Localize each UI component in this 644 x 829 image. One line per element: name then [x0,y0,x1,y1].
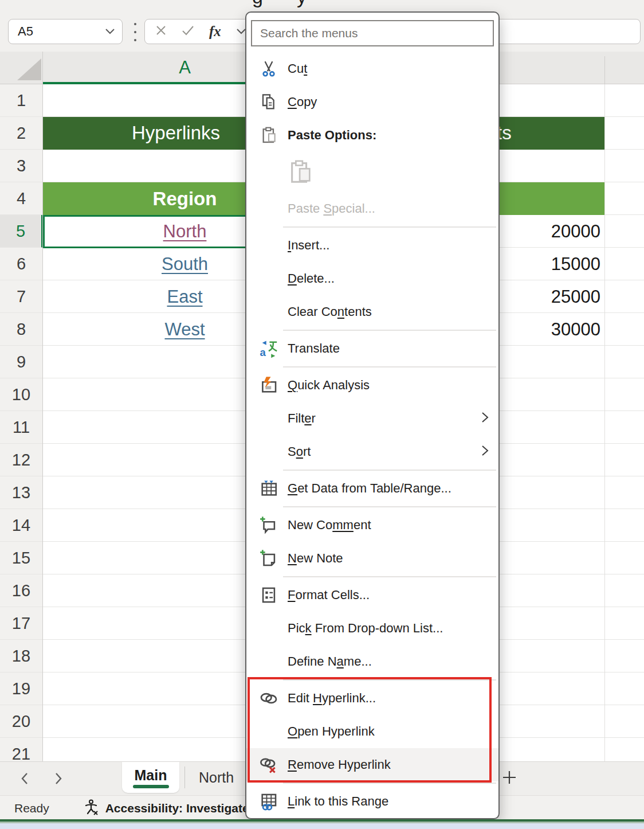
excel-window: g y A5 fx A 1234567891011121314151617181… [0,0,644,829]
format-cells-icon [259,585,278,605]
menu-item-label: Quick Analysis [288,378,370,393]
menu-item-define-name[interactable]: Define Name... [246,645,498,678]
menu-separator [283,783,496,784]
menu-separator [283,366,496,367]
menu-item-clear-contents[interactable]: Clear Contents [246,295,498,329]
menu-item-label: Copy [288,95,317,110]
row-header-19[interactable]: 19 [0,672,42,705]
menu-item-sort[interactable]: Sort [246,435,498,468]
quick-analysis-icon [259,376,278,395]
row-header-4[interactable]: 4 [0,182,42,215]
row-header-11[interactable]: 11 [0,411,42,444]
menu-item-copy[interactable]: Copy [246,85,498,119]
more-options-icon[interactable] [132,23,139,41]
menu-item-label: Sort [288,444,311,459]
menu-item-label: Link to this Range [288,794,388,809]
row-header-13[interactable]: 13 [0,476,42,509]
menu-separator [283,576,496,577]
accessibility-status[interactable]: Accessibility: Investigate [83,799,249,819]
column-divider [604,56,605,84]
insert-function-icon[interactable]: fx [209,24,221,40]
row-header-9[interactable]: 9 [0,346,42,378]
prev-sheet-icon[interactable] [16,770,33,787]
banner-text-left: Hyperlinks [132,122,220,144]
submenu-chevron-icon [480,411,489,426]
menu-item-insert[interactable]: Insert... [246,229,498,262]
menu-item-label: Translate [288,341,340,356]
menu-item-label: Clear Contents [288,304,372,319]
row-header-10[interactable]: 10 [0,378,42,411]
sheet-tab-north[interactable]: North [199,762,234,793]
menu-item-label: Delete... [288,271,335,286]
menu-item-delete[interactable]: Delete... [246,262,498,295]
menu-item-label: Paste Options: [288,128,376,143]
enter-icon[interactable] [182,25,194,38]
comment-plus-icon [259,515,278,535]
row-header-8[interactable]: 8 [0,313,42,346]
menu-item-label: Define Name... [288,654,372,669]
menu-item-filter[interactable]: Filter [246,402,498,435]
add-sheet-icon[interactable] [497,765,521,789]
row-header-column: 123456789101112131415161718192021 [0,84,43,761]
menu-item-pick-from-dropdown-list[interactable]: Pick From Drop-down List... [246,612,498,645]
row-header-12[interactable]: 12 [0,444,42,476]
note-plus-icon [259,549,278,568]
menu-item-paste-options[interactable]: Paste Options: [246,119,498,152]
accessibility-status-label: Accessibility: Investigate [105,801,249,815]
active-tab-underline [133,785,169,788]
row-header-18[interactable]: 18 [0,640,42,672]
select-all-triangle-icon [17,58,41,80]
menu-separator [283,506,496,507]
row-header-2[interactable]: 2 [0,117,42,150]
row-header-14[interactable]: 14 [0,509,42,542]
accessibility-icon [83,799,100,819]
menu-item-translate[interactable]: aTranslate [246,332,498,365]
menu-item-new-note[interactable]: New Note [246,542,498,575]
menu-item-label: Cut [288,61,307,76]
row-header-15[interactable]: 15 [0,542,42,574]
annotation-red-box [248,677,492,783]
sheet-tab-main[interactable]: Main [122,762,179,793]
copy-icon [259,92,278,112]
row-header-5[interactable]: 5 [0,215,42,248]
clipped-title-text: g y [250,0,324,7]
table-arrows-icon [259,479,278,498]
menu-item-label: New Comment [288,518,371,533]
select-all-corner[interactable] [0,52,43,84]
menu-item-get-data-from-table-range[interactable]: Get Data from Table/Range... [246,472,498,505]
submenu-chevron-icon [480,444,489,459]
menu-item-new-comment[interactable]: New Comment [246,509,498,542]
row-header-20[interactable]: 20 [0,705,42,738]
grid-link-icon [259,792,278,811]
row-header-7[interactable]: 7 [0,280,42,313]
cancel-icon[interactable] [155,25,167,38]
chevron-down-icon[interactable] [105,26,115,37]
menu-item-paste-special: Paste Special... [246,192,498,225]
menu-item-label: Filter [288,411,316,426]
row-header-16[interactable]: 16 [0,574,42,607]
menu-item-label: Insert... [288,238,329,253]
translate-icon: a [259,339,278,358]
menu-item-link-to-this-range[interactable]: Link to this Range [246,785,498,818]
status-ready: Ready [14,801,49,815]
menu-separator [283,226,496,228]
row-header-3[interactable]: 3 [0,150,42,182]
name-box[interactable]: A5 [8,19,123,44]
scissors-icon [259,59,278,79]
menu-item-format-cells[interactable]: Format Cells... [246,578,498,612]
clipboard-large-icon [288,159,314,185]
svg-text:a: a [260,346,266,358]
next-sheet-icon[interactable] [50,770,67,787]
menu-item-label: Pick From Drop-down List... [288,621,443,636]
bottom-blue-strip [0,823,644,829]
row-header-6[interactable]: 6 [0,248,42,280]
menu-item-label: Get Data from Table/Range... [288,481,451,496]
row-header-17[interactable]: 17 [0,607,42,640]
search-input[interactable] [251,20,494,46]
menu-item-label: Format Cells... [288,588,370,603]
row-header-1[interactable]: 1 [0,84,42,117]
menu-item-quick-analysis[interactable]: Quick Analysis [246,369,498,402]
clipped-glyph: g [252,0,263,7]
name-box-value: A5 [18,24,105,39]
menu-item-cut[interactable]: Cut [246,52,498,85]
